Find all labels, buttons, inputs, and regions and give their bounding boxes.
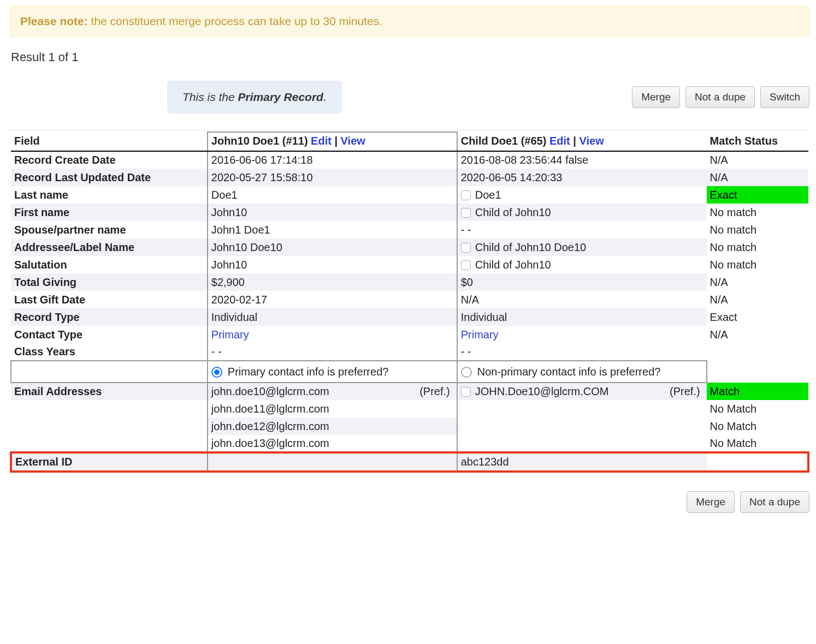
header-row: This is the Primary Record. Merge Not a … xyxy=(10,81,809,114)
merge-button[interactable]: Merge xyxy=(632,86,680,108)
row-email-3: john.doe12@lglcrm.com No Match xyxy=(11,418,808,435)
row-create-date: Record Create Date 2016-06-06 17:14:18 2… xyxy=(11,151,808,169)
not-dupe-button-bottom[interactable]: Not a dupe xyxy=(740,491,809,513)
row-class-years: Class Years - - - - xyxy=(11,343,808,361)
row-email-2: john.doe11@lglcrm.com No Match xyxy=(11,400,808,418)
checkbox-last-name[interactable] xyxy=(461,190,471,200)
row-total-giving: Total Giving $2,900 $0 N/A xyxy=(11,273,808,291)
separator xyxy=(10,130,809,130)
row-last-gift: Last Gift Date 2020-02-17 N/A N/A xyxy=(11,291,808,308)
header-record-2: Child Doe1 (#65) Edit | View xyxy=(457,132,707,151)
switch-button[interactable]: Switch xyxy=(760,86,809,108)
merge-note: Please note: the constituent merge proce… xyxy=(10,5,809,37)
merge-note-label: Please note: xyxy=(20,15,88,27)
not-dupe-button[interactable]: Not a dupe xyxy=(685,86,755,108)
radio-primary-preferred[interactable] xyxy=(211,367,222,378)
row-updated-date: Record Last Updated Date 2020-05-27 15:5… xyxy=(11,169,808,186)
row-salutation: Salutation John10 Child of John10 No mat… xyxy=(11,256,808,273)
radio-nonprimary-preferred[interactable] xyxy=(461,367,472,378)
header-field: Field xyxy=(11,132,208,151)
checkbox-addressee[interactable] xyxy=(461,243,471,253)
row-preferred-contact: Primary contact info is preferred? Non-p… xyxy=(11,361,808,383)
header-match-status: Match Status xyxy=(707,132,808,151)
row-spouse: Spouse/partner name John1 Doe1 - - No ma… xyxy=(11,221,808,238)
row-record-type: Record Type Individual Individual Exact xyxy=(11,308,808,326)
row-contact-type: Contact Type Primary Primary N/A xyxy=(11,326,808,343)
rec2-view-link[interactable]: View xyxy=(579,135,604,147)
row-email-main: Email Addresses john.doe10@lglcrm.com(Pr… xyxy=(11,383,808,400)
rec1-view-link[interactable]: View xyxy=(341,135,365,147)
rec2-edit-link[interactable]: Edit xyxy=(549,135,570,147)
row-email-4: john.doe13@lglcrm.com No Match xyxy=(11,435,808,452)
merge-table: Field John10 Doe1 (#11) Edit | View Chil… xyxy=(10,132,809,473)
top-button-group: Merge Not a dupe Switch xyxy=(632,86,809,108)
result-count: Result 1 of 1 xyxy=(11,50,809,64)
row-external-id: External ID abc123dd xyxy=(11,452,808,472)
primary-record-badge: This is the Primary Record. xyxy=(167,81,342,114)
header-record-1: John10 Doe1 (#11) Edit | View xyxy=(208,132,457,151)
status-match: Match xyxy=(707,383,808,400)
checkbox-first-name[interactable] xyxy=(461,208,471,218)
merge-note-text: the constituent merge process can take u… xyxy=(88,15,382,27)
bottom-button-group: Merge Not a dupe xyxy=(10,491,809,513)
row-last-name: Last name Doe1 Doe1 Exact xyxy=(11,186,808,204)
row-first-name: First name John10 Child of John10 No mat… xyxy=(11,204,808,221)
checkbox-email-main[interactable] xyxy=(461,387,471,397)
checkbox-salutation[interactable] xyxy=(461,260,471,270)
merge-button-bottom[interactable]: Merge xyxy=(687,491,735,513)
rec1-edit-link[interactable]: Edit xyxy=(311,135,332,147)
row-addressee: Addressee/Label Name John10 Doe10 Child … xyxy=(11,238,808,256)
status-exact: Exact xyxy=(707,186,808,204)
